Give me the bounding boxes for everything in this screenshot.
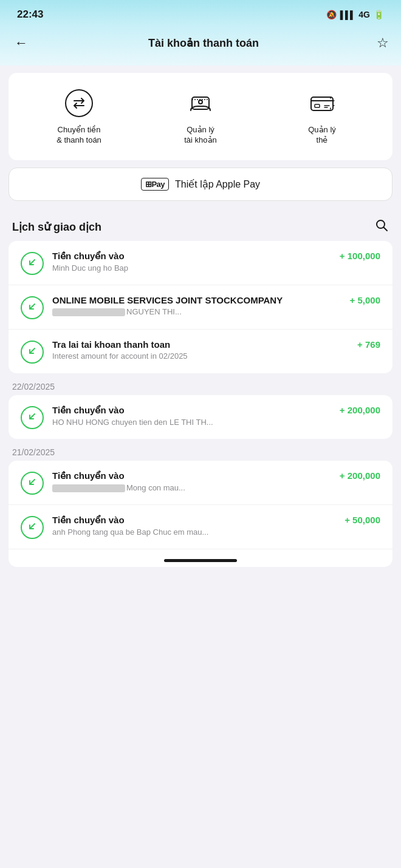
transaction-item[interactable]: Tra lai tai khoan thanh toan Interest am… xyxy=(9,330,392,373)
transfer-label: Chuyển tiền& thanh toán xyxy=(57,125,101,146)
card-icon xyxy=(306,87,338,119)
transaction-amount: + 100,000 xyxy=(340,251,380,261)
transaction-sub: HO NHU HONG chuyen tien den LE THI TH... xyxy=(52,418,332,427)
incoming-icon xyxy=(21,472,44,495)
transaction-sub: Interest amount for account in 02/2025 xyxy=(52,351,350,361)
header: ← Tài khoản thanh toán ☆ xyxy=(0,25,401,66)
incoming-icon xyxy=(21,296,44,319)
network-label: 4G xyxy=(358,10,370,19)
transaction-item[interactable]: Tiền chuyển vào Mong con mau... + 200,00… xyxy=(9,461,392,505)
transaction-sub: Mong con mau... xyxy=(52,483,332,492)
quick-action-card[interactable]: Quản lýthẻ xyxy=(261,87,383,146)
transaction-title: Tiền chuyển vào xyxy=(52,470,332,481)
transaction-details: Tiền chuyển vào Mong con mau... xyxy=(52,470,332,492)
transaction-list: Tiền chuyển vào Mong con mau... + 200,00… xyxy=(9,461,392,567)
transaction-title: Tiền chuyển vào xyxy=(52,251,332,262)
svg-point-0 xyxy=(66,90,92,117)
transaction-amount: + 200,000 xyxy=(340,405,380,415)
home-indicator-bar xyxy=(164,559,237,562)
page-title: Tài khoản thanh toán xyxy=(148,36,259,50)
transaction-details: Tra lai tai khoan thanh toan Interest am… xyxy=(52,339,350,361)
transaction-history-header: Lịch sử giao dịch xyxy=(0,211,401,241)
incoming-icon xyxy=(21,341,44,364)
transaction-details: ONLINE MOBILE SERVICES JOINT STOCKCOMPAN… xyxy=(52,295,343,316)
search-button[interactable] xyxy=(374,218,389,236)
transaction-amount: + 5,000 xyxy=(350,295,380,305)
transaction-amount: + 50,000 xyxy=(344,515,380,525)
quick-action-transfer[interactable]: Chuyển tiền& thanh toán xyxy=(18,87,140,146)
transaction-list: Tiền chuyển vào HO NHU HONG chuyen tien … xyxy=(9,395,392,439)
transaction-sub: Minh Duc ung ho Bap xyxy=(52,263,332,273)
transaction-item[interactable]: ONLINE MOBILE SERVICES JOINT STOCKCOMPAN… xyxy=(9,285,392,330)
signal-icon: ▌▌▌ xyxy=(340,10,355,19)
card-label: Quản lýthẻ xyxy=(308,125,336,146)
transfer-icon xyxy=(63,87,95,119)
mute-icon: 🔕 xyxy=(326,10,337,19)
transaction-title: Tiền chuyển vào xyxy=(52,515,337,526)
transaction-sub: anh Phong tang qua be Bap Chuc em mau... xyxy=(52,527,337,537)
transaction-title: Tiền chuyển vào xyxy=(52,405,332,416)
apple-pay-button[interactable]: ⊞Pay Thiết lập Apple Pay xyxy=(9,168,392,201)
date-separator: 22/02/2025 xyxy=(0,373,401,395)
transaction-amount: + 200,000 xyxy=(340,470,380,481)
transaction-item[interactable]: Tiền chuyển vào HO NHU HONG chuyen tien … xyxy=(9,395,392,439)
incoming-icon xyxy=(21,516,44,539)
bottom-spacer xyxy=(0,567,401,585)
redacted-text xyxy=(52,484,125,492)
transaction-title: ONLINE MOBILE SERVICES JOINT STOCKCOMPAN… xyxy=(52,295,343,305)
quick-action-account[interactable]: Quản lýtài khoản xyxy=(140,87,261,146)
apple-pay-label: Thiết lập Apple Pay xyxy=(175,178,260,190)
transaction-details: Tiền chuyển vào anh Phong tang qua be Ba… xyxy=(52,515,337,537)
battery-icon: 🔋 xyxy=(374,10,384,19)
incoming-icon xyxy=(21,252,44,275)
transaction-item[interactable]: Tiền chuyển vào anh Phong tang qua be Ba… xyxy=(9,505,392,549)
account-label: Quản lýtài khoản xyxy=(184,125,217,146)
home-indicator xyxy=(17,549,384,567)
favorite-button[interactable]: ☆ xyxy=(377,35,389,51)
transaction-history-title: Lịch sử giao dịch xyxy=(12,220,101,234)
status-icons: 🔕 ▌▌▌ 4G 🔋 xyxy=(326,10,384,19)
apple-pay-logo: ⊞Pay xyxy=(141,178,169,191)
status-bar: 22:43 🔕 ▌▌▌ 4G 🔋 xyxy=(0,0,401,25)
transaction-details: Tiền chuyển vào Minh Duc ung ho Bap xyxy=(52,251,332,273)
transaction-sub: NGUYEN THI... xyxy=(52,307,343,316)
back-button[interactable]: ← xyxy=(12,33,30,53)
status-time: 22:43 xyxy=(17,8,43,21)
transaction-title: Tra lai tai khoan thanh toan xyxy=(52,339,350,350)
incoming-icon xyxy=(21,406,44,429)
account-icon xyxy=(185,87,216,119)
svg-rect-3 xyxy=(311,97,333,110)
svg-point-2 xyxy=(199,100,202,104)
transaction-item[interactable]: Tiền chuyển vào Minh Duc ung ho Bap + 10… xyxy=(9,241,392,285)
date-separator: 21/02/2025 xyxy=(0,439,401,461)
quick-actions-card: Chuyển tiền& thanh toán Quản lýtài khoản xyxy=(9,73,392,160)
transaction-amount: + 769 xyxy=(357,339,380,350)
main-content: Chuyển tiền& thanh toán Quản lýtài khoản xyxy=(0,73,401,585)
transaction-list: Tiền chuyển vào Minh Duc ung ho Bap + 10… xyxy=(9,241,392,373)
svg-rect-4 xyxy=(315,104,320,107)
transaction-details: Tiền chuyển vào HO NHU HONG chuyen tien … xyxy=(52,405,332,427)
redacted-text xyxy=(52,308,125,316)
